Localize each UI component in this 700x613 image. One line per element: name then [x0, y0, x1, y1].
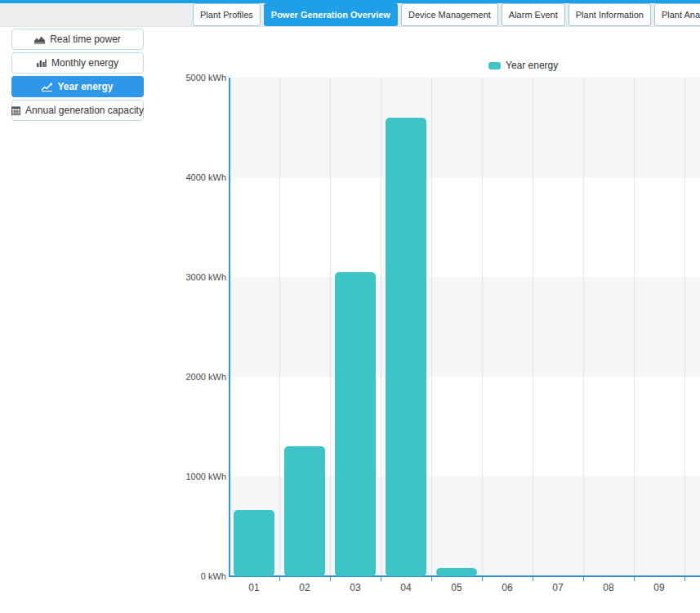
x-axis-category-label: 01 [236, 582, 272, 593]
y-axis-tick-label: 1000 kWh [0, 471, 226, 482]
sidebar-item-label: Monthly energy [51, 57, 118, 69]
tab-plant-analysis[interactable]: Plant Analysis [654, 3, 700, 26]
x-axis-category-label: 06 [489, 582, 525, 593]
x-axis-category-label: 09 [641, 582, 677, 593]
line-chart-icon [42, 83, 52, 92]
bar-month-03[interactable] [335, 272, 376, 576]
x-axis-tick [482, 577, 483, 581]
x-axis-tick [634, 577, 635, 581]
plot-split-band [229, 177, 700, 277]
bar-month-01[interactable] [234, 510, 274, 576]
x-axis-tick [330, 577, 331, 581]
x-axis-tick [381, 577, 381, 581]
plot-vertical-gridline [381, 78, 381, 576]
sidebar-item-monthly-energy[interactable]: Monthly energy [11, 52, 144, 74]
x-axis-category-label: 02 [287, 582, 323, 593]
plot-vertical-gridline [583, 78, 584, 576]
y-axis-tick-label: 5000 kWh [0, 72, 226, 83]
plot-vertical-gridline [431, 78, 432, 576]
tab-plant-information[interactable]: Plant Information [568, 3, 651, 26]
x-axis-category-label: 07 [540, 582, 576, 593]
y-axis-tick-label: 3000 kWh [0, 271, 226, 283]
plot-vertical-gridline [330, 78, 331, 576]
tab-plant-profiles[interactable]: Plant Profiles [193, 3, 261, 26]
area-chart-icon [34, 35, 45, 44]
sidebar-item-label: Real time power [50, 34, 121, 45]
power-generation-overview-page: Plant ProfilesPower Generation OverviewD… [0, 0, 700, 613]
x-axis-category-label: 04 [388, 582, 424, 593]
x-axis-tick [431, 577, 432, 581]
x-axis-category-label: 08 [591, 582, 626, 593]
plot-vertical-gridline [684, 78, 685, 576]
x-axis-tick [279, 577, 280, 581]
x-axis-category-label: 05 [439, 582, 475, 593]
plot-split-band [229, 277, 700, 377]
x-axis-category-label: 03 [337, 582, 373, 593]
tab-power-generation-overview[interactable]: Power Generation Overview [264, 3, 398, 26]
plot-vertical-gridline [482, 78, 483, 576]
x-axis-tick [533, 577, 533, 581]
plot-vertical-gridline [634, 78, 635, 576]
tab-list: Plant ProfilesPower Generation OverviewD… [193, 3, 700, 26]
tab-alarm-event[interactable]: Alarm Event [502, 3, 565, 26]
sidebar-item-annual-generation-capacity[interactable]: Annual generation capacity [11, 100, 144, 121]
calendar-grid-icon [11, 106, 20, 115]
y-axis-line [229, 78, 230, 576]
bar-month-02[interactable] [284, 446, 325, 576]
bar-month-04[interactable] [386, 118, 426, 576]
main-tab-bar: Plant ProfilesPower Generation OverviewD… [0, 3, 700, 27]
x-axis-tick [583, 577, 584, 581]
tab-device-management[interactable]: Device Management [401, 3, 498, 26]
chart-legend[interactable]: Year energy [488, 60, 558, 71]
legend-label: Year energy [506, 60, 558, 71]
plot-vertical-gridline [533, 78, 533, 576]
y-axis-tick-label: 4000 kWh [0, 172, 226, 183]
sidebar-item-real-time-power[interactable]: Real time power [11, 29, 144, 50]
plot-vertical-gridline [279, 78, 280, 576]
bar-chart-icon [37, 59, 47, 68]
sidebar-item-label: Annual generation capacity [25, 105, 144, 116]
bar-month-05[interactable] [436, 568, 477, 576]
legend-swatch [488, 62, 501, 69]
plot-split-band [229, 78, 700, 177]
y-axis-tick-label: 2000 kWh [0, 371, 226, 383]
x-axis-tick [684, 577, 685, 581]
y-axis-tick-label: 0 kWh [0, 570, 226, 582]
